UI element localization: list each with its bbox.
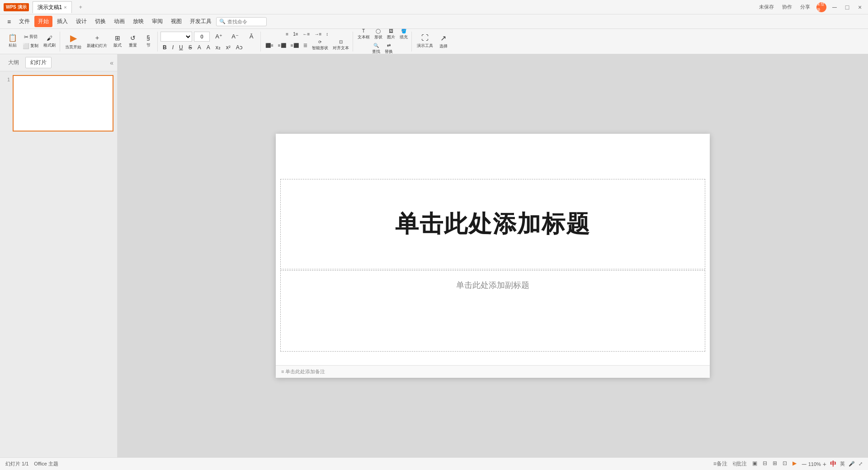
italic-button[interactable]: I [170,43,176,52]
search-command-input[interactable] [227,19,264,24]
bullet-button[interactable]: ≡ [284,31,290,37]
subscript-button[interactable]: x₂ [213,43,223,52]
zoom-in-button[interactable]: + [823,461,826,468]
tab-close-icon[interactable]: × [64,5,66,10]
menu-animation[interactable]: 动画 [110,16,128,27]
section-button[interactable]: § 节 [141,33,156,50]
fill-button[interactable]: 🪣 填充 [398,29,410,41]
font-size-input[interactable] [194,32,210,42]
theme-info: Office 主题 [34,461,58,467]
format-paint-label: 格式刷 [43,42,56,48]
slide-sorter-button[interactable]: ⊞ [771,459,779,469]
search-command-box[interactable]: 🔍 [216,17,267,26]
numbering-button[interactable]: 1≡ [291,31,300,37]
menu-develop[interactable]: 开发工具 [186,16,215,27]
increase-font-button[interactable]: A⁺ [212,33,226,40]
cut-icon: ✂ [24,34,28,40]
present-tools-button[interactable]: ⛶ 演示工具 [415,33,435,50]
new-slide-button[interactable]: ＋ 新建幻灯片 [85,33,109,50]
clear-format-button[interactable]: Ā [244,33,259,40]
align-text-button[interactable]: ⊡ 对齐文本 [331,39,351,52]
copy-button[interactable]: ⬜ 复制 [21,42,40,50]
highlight-button[interactable]: A [204,43,212,52]
select-button[interactable]: ↗ 选择 [436,33,451,51]
strikethrough-button[interactable]: S [186,43,194,52]
find-button[interactable]: 🔍 查找 [370,42,382,55]
slideshow-button[interactable]: ▶ [791,459,798,469]
save-status[interactable]: 未保存 [756,3,777,11]
bold-button[interactable]: B [160,43,169,52]
reset-label: 重置 [129,42,137,48]
menu-home[interactable]: 开始 [34,16,52,27]
notes-area[interactable]: ≡ 单击此处添加备注 [276,365,710,378]
minimize-button[interactable]: ─ [830,3,839,12]
microphone-icon[interactable]: 🎤 [849,461,855,467]
line-height-button[interactable]: ↕ [324,31,330,37]
maximize-button[interactable]: □ [843,3,852,12]
convert-case-button[interactable]: Aↄ [234,43,245,52]
outline-tab[interactable]: 大纲 [4,57,24,68]
slide-thumbnail-1[interactable] [13,75,113,132]
menu-slideshow[interactable]: 放映 [129,16,147,27]
close-button[interactable]: × [855,3,864,12]
slide-subtitle-box[interactable]: 单击此处添加副标题 [280,270,705,352]
slide-item-1[interactable]: 1 [4,75,113,132]
replace-button[interactable]: ⇄ 替换 [383,42,395,55]
format-paint-button[interactable]: 🖌 格式刷 [41,33,58,50]
slide-canvas[interactable]: 单击此处添加标题 单击此处添加副标题 ≡ 单击此处添加备注 [276,134,710,378]
clear-format-icon: Ā [250,33,254,40]
cut-button[interactable]: ✂ 剪切 [21,33,40,41]
notes-view-button[interactable]: ≡备注 [712,459,729,469]
share-button[interactable]: 分享 [797,3,813,11]
sidebar: 大纲 幻灯片 « 1 [0,54,118,457]
indent-less-button[interactable]: ←≡ [301,31,312,37]
font-color-button[interactable]: A [195,43,203,52]
underline-button[interactable]: U [177,43,185,52]
zoom-level: 110% [808,461,821,467]
menu-file[interactable]: 文件 [15,16,33,27]
slides-tab[interactable]: 幻灯片 [25,57,52,68]
paste-button[interactable]: 📋 粘贴 [5,33,20,50]
menu-transition[interactable]: 切换 [91,16,109,27]
reset-button[interactable]: ↺ 重置 [126,33,140,50]
collab-button[interactable]: 协作 [779,3,795,11]
document-tab[interactable]: 演示文稿1 × [33,1,72,13]
slide-title-box[interactable]: 单击此处添加标题 [280,179,705,269]
menu-hamburger[interactable]: ≡ [4,16,14,27]
drawing-group: T 文本框 ◯ 形状 🖼 图片 🪣 填充 🔍 查找 ⇄ 替 [354,32,412,52]
expand-icon[interactable]: ⤢ [859,461,863,467]
menu-view[interactable]: 视图 [167,16,185,27]
font-name-select[interactable] [160,32,192,42]
slide-subtitle-text[interactable]: 单击此处添加副标题 [456,280,529,291]
picture-button[interactable]: 🖼 图片 [385,29,397,41]
outline-view-button[interactable]: ⊟ [761,459,769,469]
align-text-icon: ⊡ [339,39,343,44]
picture-icon: 🖼 [389,29,393,33]
menu-insert[interactable]: 插入 [53,16,71,27]
decrease-font-button[interactable]: A⁻ [228,33,242,40]
reading-view-button[interactable]: ⊡ [781,459,789,469]
align-right-button[interactable]: ≡⬛ [289,39,301,52]
menu-review[interactable]: 审阅 [148,16,166,27]
comment-view-button[interactable]: ⎗批注 [731,459,749,469]
normal-view-button[interactable]: ▣ [750,459,759,469]
user-avatar[interactable]: 未登录 [816,2,826,12]
layout-button[interactable]: ⊞ 版式 [110,33,125,50]
collapse-icon[interactable]: « [110,59,113,66]
superscript-button[interactable]: x² [224,43,233,52]
slide-title-text[interactable]: 单击此处添加标题 [395,208,590,240]
textbox-button[interactable]: T 文本框 [356,29,372,41]
indent-more-button[interactable]: →≡ [312,31,323,37]
reset-icon: ↺ [130,34,136,42]
present-tools-icon: ⛶ [421,34,429,42]
canvas-area[interactable]: 单击此处添加标题 单击此处添加副标题 ≡ 单击此处添加备注 [118,54,868,457]
align-center-button[interactable]: ≡⬛ [276,39,288,52]
align-justify-button[interactable]: ☰ [302,39,309,52]
add-tab-button[interactable]: + [75,2,86,12]
align-left-button[interactable]: ⬛≡ [264,39,275,52]
play-button[interactable]: ▶ 当页开始 [63,31,84,52]
zoom-out-button[interactable]: ─ [802,461,807,468]
shapes-button[interactable]: ◯ 形状 [373,29,384,41]
menu-design[interactable]: 设计 [72,16,90,27]
smart-shape-button[interactable]: ⟳智能形状 [310,39,330,52]
